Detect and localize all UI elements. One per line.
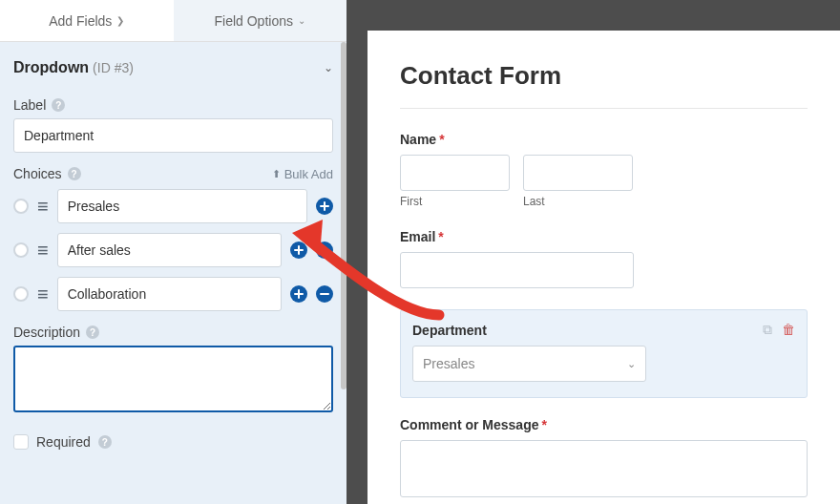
upload-icon: ⬆: [272, 168, 281, 180]
help-icon[interactable]: ?: [68, 167, 81, 180]
email-label: Email: [400, 229, 435, 244]
radio-default[interactable]: [13, 199, 29, 214]
department-select[interactable]: Presales ⌄: [412, 346, 646, 382]
choice-row: ≡: [13, 277, 333, 311]
label-heading: Label: [13, 97, 46, 113]
left-panel: Add Fields ❯ Field Options ⌄ Dropdown (I…: [0, 0, 346, 504]
field-type-label: Dropdown: [13, 59, 89, 76]
chevron-down-icon: ⌄: [627, 358, 636, 370]
chevron-down-icon: ⌄: [324, 61, 333, 74]
required-asterisk: *: [438, 229, 443, 244]
radio-default[interactable]: [13, 286, 29, 302]
duplicate-icon[interactable]: ⧉: [763, 322, 772, 338]
section-body: Label ? Choices ? ⬆ Bulk Add: [0, 94, 346, 469]
choice-input[interactable]: [57, 233, 282, 267]
form-preview: Contact Form Name * First Last: [368, 31, 840, 504]
name-label: Name: [400, 132, 436, 147]
choice-input[interactable]: [57, 189, 307, 223]
bulk-add-label: Bulk Add: [284, 167, 333, 181]
tab-add-fields[interactable]: Add Fields ❯: [0, 0, 174, 41]
tab-field-options-label: Field Options: [215, 13, 293, 29]
required-asterisk: *: [541, 417, 546, 432]
remove-choice-button[interactable]: [316, 242, 333, 259]
drag-handle-icon[interactable]: ≡: [37, 241, 49, 260]
choice-row: ≡: [13, 233, 333, 267]
choice-input[interactable]: [57, 277, 282, 311]
required-row: Required ?: [13, 429, 333, 450]
preview-panel: Contact Form Name * First Last: [346, 0, 840, 504]
add-choice-button[interactable]: [316, 198, 333, 215]
drag-handle-icon[interactable]: ≡: [37, 197, 49, 216]
chevron-right-icon: ❯: [116, 15, 124, 26]
comment-label: Comment or Message: [400, 417, 538, 432]
comment-textarea[interactable]: [400, 440, 808, 497]
add-choice-button[interactable]: [290, 285, 307, 303]
chevron-down-icon: ⌄: [298, 15, 305, 26]
field-label: Email *: [400, 229, 808, 244]
choice-row: ≡: [13, 189, 333, 223]
email-input[interactable]: [400, 252, 634, 288]
tab-field-options[interactable]: Field Options ⌄: [174, 0, 347, 41]
first-name-input[interactable]: [400, 155, 510, 191]
label-input[interactable]: [13, 118, 333, 153]
required-label: Required: [36, 434, 91, 450]
tabs: Add Fields ❯ Field Options ⌄: [0, 0, 346, 42]
description-textarea[interactable]: [13, 346, 333, 412]
description-heading: Description: [13, 325, 80, 340]
add-choice-button[interactable]: [290, 242, 307, 259]
tab-add-fields-label: Add Fields: [49, 13, 112, 29]
required-checkbox[interactable]: [13, 434, 29, 450]
label-group: Label ?: [13, 97, 333, 153]
form-title: Contact Form: [400, 61, 808, 109]
drag-handle-icon[interactable]: ≡: [37, 284, 49, 304]
last-sublabel: Last: [523, 195, 633, 208]
remove-choice-button[interactable]: [316, 285, 333, 303]
choices-group: Choices ? ⬆ Bulk Add ≡: [13, 166, 333, 311]
bulk-add-button[interactable]: ⬆ Bulk Add: [272, 167, 333, 181]
field-name: Name * First Last: [400, 132, 808, 208]
last-name-input[interactable]: [523, 155, 633, 191]
help-icon[interactable]: ?: [86, 326, 99, 339]
help-icon[interactable]: ?: [52, 98, 65, 112]
field-email: Email *: [400, 229, 808, 288]
field-department-selected[interactable]: Department ⧉ 🗑 Presales ⌄: [400, 309, 808, 398]
department-placeholder: Presales: [423, 356, 474, 371]
department-label: Department: [412, 323, 487, 338]
field-id: (ID #3): [93, 60, 134, 75]
section-header[interactable]: Dropdown (ID #3) ⌄: [0, 42, 346, 94]
field-label: Comment or Message *: [400, 417, 808, 432]
field-comment: Comment or Message *: [400, 417, 808, 497]
trash-icon[interactable]: 🗑: [782, 322, 795, 338]
help-icon[interactable]: ?: [98, 435, 112, 449]
first-sublabel: First: [400, 195, 510, 208]
description-group: Description ?: [13, 325, 333, 415]
field-label: Name *: [400, 132, 808, 147]
required-asterisk: *: [439, 132, 444, 147]
section-title: Dropdown (ID #3): [13, 59, 134, 76]
radio-default[interactable]: [13, 242, 29, 258]
choices-heading: Choices: [13, 166, 62, 181]
